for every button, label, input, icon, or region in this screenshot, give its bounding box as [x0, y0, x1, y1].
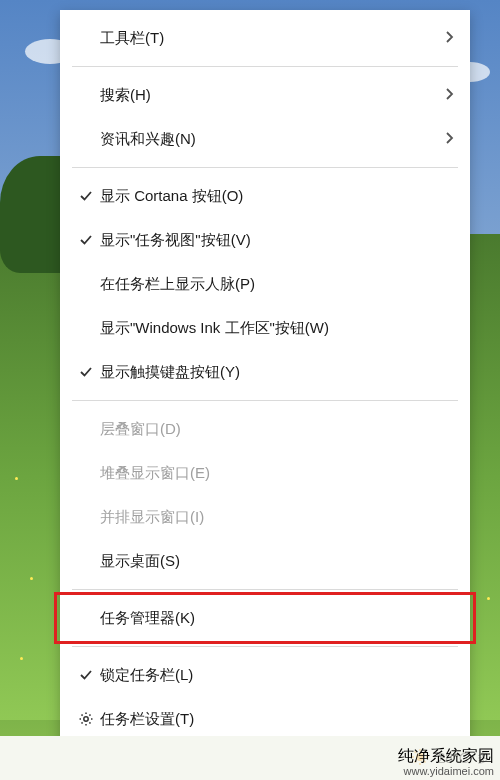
- chevron-right-icon: [446, 132, 454, 147]
- menu-item-touch-keyboard[interactable]: 显示触摸键盘按钮(Y): [60, 350, 470, 394]
- menu-item-windows-ink[interactable]: 显示"Windows Ink 工作区"按钮(W): [60, 306, 470, 350]
- menu-label: 任务栏设置(T): [100, 710, 454, 729]
- menu-label: 显示"Windows Ink 工作区"按钮(W): [100, 319, 454, 338]
- menu-label: 锁定任务栏(L): [100, 666, 454, 685]
- menu-label: 并排显示窗口(I): [100, 508, 454, 527]
- menu-separator: [72, 400, 458, 401]
- menu-label: 堆叠显示窗口(E): [100, 464, 454, 483]
- menu-label: 显示触摸键盘按钮(Y): [100, 363, 454, 382]
- menu-item-task-manager[interactable]: 任务管理器(K): [60, 596, 470, 640]
- menu-label: 资讯和兴趣(N): [100, 130, 446, 149]
- menu-item-show-desktop[interactable]: 显示桌面(S): [60, 539, 470, 583]
- taskbar-context-menu: 工具栏(T) 搜索(H) 资讯和兴趣(N) 显示 Cortana 按钮(O) 显…: [60, 10, 470, 747]
- gear-icon: [72, 711, 100, 727]
- menu-label: 显示 Cortana 按钮(O): [100, 187, 454, 206]
- menu-item-people[interactable]: 在任务栏上显示人脉(P): [60, 262, 470, 306]
- watermark: 纯净系统家园 www.yidaimei.com: [398, 746, 494, 778]
- menu-item-search[interactable]: 搜索(H): [60, 73, 470, 117]
- menu-label: 工具栏(T): [100, 29, 446, 48]
- menu-item-taskbar-settings[interactable]: 任务栏设置(T): [60, 697, 470, 741]
- menu-label: 在任务栏上显示人脉(P): [100, 275, 454, 294]
- menu-label: 显示桌面(S): [100, 552, 454, 571]
- chevron-right-icon: [446, 31, 454, 46]
- watermark-title: 纯净系统家园: [398, 746, 494, 765]
- menu-item-side-by-side: 并排显示窗口(I): [60, 495, 470, 539]
- menu-item-cortana-button[interactable]: 显示 Cortana 按钮(O): [60, 174, 470, 218]
- watermark-url: www.yidaimei.com: [398, 765, 494, 778]
- menu-item-task-view-button[interactable]: 显示"任务视图"按钮(V): [60, 218, 470, 262]
- menu-item-cascade-windows: 层叠窗口(D): [60, 407, 470, 451]
- svg-point-0: [84, 717, 88, 721]
- check-icon: [72, 668, 100, 682]
- check-icon: [72, 365, 100, 379]
- menu-separator: [72, 589, 458, 590]
- menu-label: 任务管理器(K): [100, 609, 454, 628]
- menu-item-stack-windows: 堆叠显示窗口(E): [60, 451, 470, 495]
- menu-item-lock-taskbar[interactable]: 锁定任务栏(L): [60, 653, 470, 697]
- menu-separator: [72, 167, 458, 168]
- check-icon: [72, 233, 100, 247]
- menu-label: 显示"任务视图"按钮(V): [100, 231, 454, 250]
- menu-separator: [72, 66, 458, 67]
- check-icon: [72, 189, 100, 203]
- menu-item-toolbars[interactable]: 工具栏(T): [60, 16, 470, 60]
- menu-separator: [72, 646, 458, 647]
- chevron-right-icon: [446, 88, 454, 103]
- menu-label: 层叠窗口(D): [100, 420, 454, 439]
- menu-label: 搜索(H): [100, 86, 446, 105]
- menu-item-news-interests[interactable]: 资讯和兴趣(N): [60, 117, 470, 161]
